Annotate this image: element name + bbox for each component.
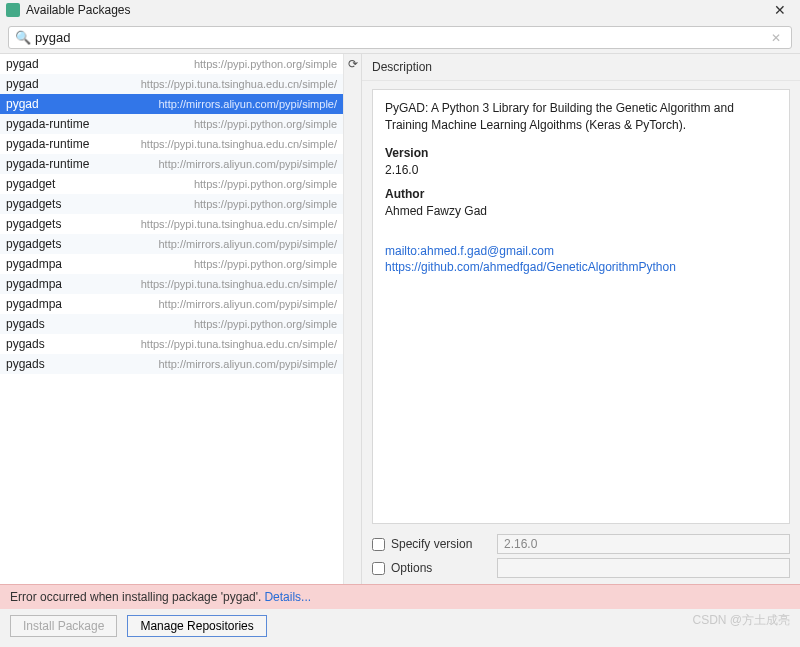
package-row[interactable]: pygada-runtimehttps://pypi.tuna.tsinghua… bbox=[0, 134, 343, 154]
search-input[interactable] bbox=[35, 30, 767, 45]
package-description: PyGAD: A Python 3 Library for Building t… bbox=[385, 100, 777, 134]
package-name: pygads bbox=[6, 317, 45, 331]
package-row[interactable]: pygadgetshttps://pypi.python.org/simple bbox=[0, 194, 343, 214]
window-title: Available Packages bbox=[26, 3, 131, 17]
close-icon[interactable]: ✕ bbox=[768, 2, 792, 18]
app-icon bbox=[6, 3, 20, 17]
package-name: pygadmpa bbox=[6, 297, 62, 311]
package-name: pygad bbox=[6, 57, 39, 71]
clear-search-icon[interactable]: ✕ bbox=[767, 31, 785, 45]
package-name: pygad bbox=[6, 77, 39, 91]
package-repo: http://mirrors.aliyun.com/pypi/simple/ bbox=[159, 238, 338, 250]
author-mail-link[interactable]: mailto:ahmed.f.gad@gmail.com bbox=[385, 244, 777, 258]
package-list[interactable]: pygadhttps://pypi.python.org/simplepygad… bbox=[0, 54, 343, 584]
error-details-link[interactable]: Details... bbox=[264, 590, 311, 604]
package-row[interactable]: pygadmpahttps://pypi.python.org/simple bbox=[0, 254, 343, 274]
package-name: pygadget bbox=[6, 177, 55, 191]
specify-version-label: Specify version bbox=[391, 537, 491, 551]
version-label: Version bbox=[385, 146, 777, 160]
package-row[interactable]: pygadgethttps://pypi.python.org/simple bbox=[0, 174, 343, 194]
project-url-link[interactable]: https://github.com/ahmedfgad/GeneticAlgo… bbox=[385, 260, 777, 274]
error-bar: Error occurred when installing package '… bbox=[0, 584, 800, 609]
package-name: pygads bbox=[6, 337, 45, 351]
description-header: Description bbox=[362, 54, 800, 81]
package-list-pane: pygadhttps://pypi.python.org/simplepygad… bbox=[0, 54, 362, 584]
package-name: pygadmpa bbox=[6, 277, 62, 291]
package-row[interactable]: pygadgetshttps://pypi.tuna.tsinghua.edu.… bbox=[0, 214, 343, 234]
options-label: Options bbox=[391, 561, 491, 575]
description-body: PyGAD: A Python 3 Library for Building t… bbox=[372, 89, 790, 524]
version-value: 2.16.0 bbox=[385, 163, 777, 177]
package-name: pygadgets bbox=[6, 237, 61, 251]
package-repo: http://mirrors.aliyun.com/pypi/simple/ bbox=[159, 358, 338, 370]
author-value: Ahmed Fawzy Gad bbox=[385, 204, 777, 218]
package-row[interactable]: pygadhttps://pypi.tuna.tsinghua.edu.cn/s… bbox=[0, 74, 343, 94]
error-message: Error occurred when installing package '… bbox=[10, 590, 261, 604]
specify-version-input[interactable] bbox=[497, 534, 790, 554]
package-repo: https://pypi.python.org/simple bbox=[194, 198, 337, 210]
package-name: pygada-runtime bbox=[6, 137, 89, 151]
package-name: pygadgets bbox=[6, 217, 61, 231]
package-repo: https://pypi.tuna.tsinghua.edu.cn/simple… bbox=[141, 218, 337, 230]
install-package-button[interactable]: Install Package bbox=[10, 615, 117, 637]
package-repo: https://pypi.tuna.tsinghua.edu.cn/simple… bbox=[141, 78, 337, 90]
search-icon: 🔍 bbox=[15, 30, 31, 45]
footer: Install Package Manage Repositories bbox=[0, 609, 800, 647]
options-input[interactable] bbox=[497, 558, 790, 578]
options-checkbox[interactable] bbox=[372, 562, 385, 575]
package-name: pygads bbox=[6, 357, 45, 371]
package-row[interactable]: pygadmpahttps://pypi.tuna.tsinghua.edu.c… bbox=[0, 274, 343, 294]
package-repo: https://pypi.tuna.tsinghua.edu.cn/simple… bbox=[141, 138, 337, 150]
package-repo: https://pypi.python.org/simple bbox=[194, 258, 337, 270]
package-row[interactable]: pygadgetshttp://mirrors.aliyun.com/pypi/… bbox=[0, 234, 343, 254]
package-row[interactable]: pygadshttp://mirrors.aliyun.com/pypi/sim… bbox=[0, 354, 343, 374]
specify-version-checkbox[interactable] bbox=[372, 538, 385, 551]
package-repo: https://pypi.tuna.tsinghua.edu.cn/simple… bbox=[141, 278, 337, 290]
package-repo: http://mirrors.aliyun.com/pypi/simple/ bbox=[159, 98, 338, 110]
package-repo: http://mirrors.aliyun.com/pypi/simple/ bbox=[159, 158, 338, 170]
titlebar: Available Packages ✕ bbox=[0, 0, 800, 22]
detail-pane: Description PyGAD: A Python 3 Library fo… bbox=[362, 54, 800, 584]
package-row[interactable]: pygadshttps://pypi.tuna.tsinghua.edu.cn/… bbox=[0, 334, 343, 354]
refresh-icon[interactable]: ⟳ bbox=[348, 57, 358, 71]
package-name: pygadgets bbox=[6, 197, 61, 211]
package-row[interactable]: pygadhttps://pypi.python.org/simple bbox=[0, 54, 343, 74]
package-row[interactable]: pygadshttps://pypi.python.org/simple bbox=[0, 314, 343, 334]
package-row[interactable]: pygadhttp://mirrors.aliyun.com/pypi/simp… bbox=[0, 94, 343, 114]
package-row[interactable]: pygadmpahttp://mirrors.aliyun.com/pypi/s… bbox=[0, 294, 343, 314]
package-repo: https://pypi.tuna.tsinghua.edu.cn/simple… bbox=[141, 338, 337, 350]
package-name: pygad bbox=[6, 97, 39, 111]
package-repo: http://mirrors.aliyun.com/pypi/simple/ bbox=[159, 298, 338, 310]
manage-repositories-button[interactable]: Manage Repositories bbox=[127, 615, 266, 637]
search-wrapper: 🔍 ✕ bbox=[8, 26, 792, 49]
package-repo: https://pypi.python.org/simple bbox=[194, 318, 337, 330]
package-repo: https://pypi.python.org/simple bbox=[194, 58, 337, 70]
package-row[interactable]: pygada-runtimehttp://mirrors.aliyun.com/… bbox=[0, 154, 343, 174]
package-repo: https://pypi.python.org/simple bbox=[194, 118, 337, 130]
package-row[interactable]: pygada-runtimehttps://pypi.python.org/si… bbox=[0, 114, 343, 134]
package-name: pygada-runtime bbox=[6, 117, 89, 131]
package-repo: https://pypi.python.org/simple bbox=[194, 178, 337, 190]
package-name: pygadmpa bbox=[6, 257, 62, 271]
author-label: Author bbox=[385, 187, 777, 201]
package-name: pygada-runtime bbox=[6, 157, 89, 171]
